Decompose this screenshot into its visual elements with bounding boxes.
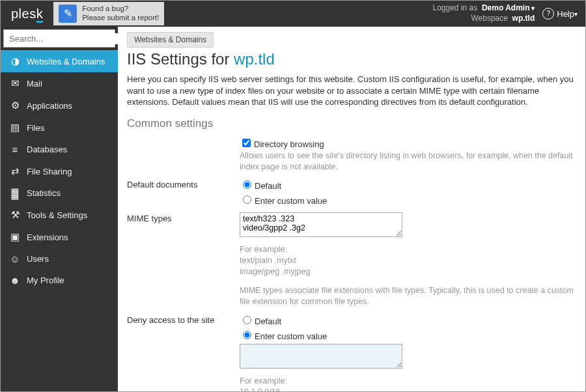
nav-label: Mail	[27, 79, 42, 89]
directory-browsing-checkbox[interactable]: Directory browsing	[240, 139, 324, 149]
sidebar-item-applications[interactable]: ⚙Applications	[1, 94, 118, 117]
nav-icon: ✉	[8, 77, 21, 89]
nav-label: File Sharing	[27, 167, 72, 176]
main-content: Websites & Domains IIS Settings for wp.t…	[118, 27, 585, 391]
mime-types-textarea[interactable]: text/h323 .323 video/3gpp2 .3g2	[240, 212, 402, 237]
nav-label: Files	[27, 123, 44, 133]
webspace-name: wp.tld	[512, 14, 535, 23]
nav-icon: ▤	[8, 122, 21, 133]
topbar: plesk Found a bug? Please submit a repor…	[1, 1, 585, 27]
default-documents-label: Default documents	[127, 178, 240, 208]
sidebar-item-users[interactable]: ☺Users	[1, 248, 118, 270]
user-menu[interactable]: Demo Admin	[482, 3, 535, 12]
sidebar-item-file-sharing[interactable]: ⇄File Sharing	[1, 160, 118, 182]
defaultdocs-default-radio[interactable]: Default	[240, 181, 281, 191]
nav-label: Users	[27, 254, 49, 264]
nav-icon: ◑	[8, 55, 21, 67]
defaultdocs-custom-radio[interactable]: Enter custom value	[240, 196, 327, 206]
bug-line1: Found a bug?	[82, 5, 159, 14]
deny-access-label: Deny access to the site	[127, 314, 240, 391]
sidebar-item-websites-domains[interactable]: ◑Websites & Domains	[1, 50, 118, 72]
nav-icon: ▓	[8, 188, 21, 199]
account-info: Logged in as Demo Admin Webspace wp.tld	[433, 3, 535, 23]
mime-help: MIME types associate file extensions wit…	[240, 285, 576, 307]
sidebar-item-databases[interactable]: ≡Databases	[1, 139, 118, 160]
sidebar: ◑Websites & Domains✉Mail⚙Applications▤Fi…	[1, 27, 118, 391]
section-heading: Common settings	[127, 117, 576, 130]
nav-icon: ⇄	[8, 165, 21, 177]
sidebar-item-files[interactable]: ▤Files	[1, 117, 118, 139]
deny-custom-radio[interactable]: Enter custom value	[240, 331, 327, 341]
bug-report-banner[interactable]: Found a bug? Please submit a report!	[53, 2, 164, 25]
sidebar-item-extensions[interactable]: ▣Extensions	[1, 226, 118, 248]
nav-label: Databases	[27, 145, 67, 154]
page-title: IIS Settings for wp.tld	[127, 50, 576, 68]
help-menu[interactable]: Help	[542, 8, 578, 20]
nav-label: My Profile	[27, 275, 64, 285]
nav-label: Statistics	[27, 188, 61, 198]
nav-icon: ▣	[8, 231, 21, 243]
nav-label: Applications	[27, 101, 72, 111]
pencil-icon	[59, 5, 77, 23]
breadcrumb[interactable]: Websites & Domains	[127, 32, 214, 48]
search-box[interactable]	[3, 29, 115, 48]
nav-label: Websites & Domains	[27, 57, 105, 66]
sidebar-item-my-profile[interactable]: ☻My Profile	[1, 270, 118, 291]
sidebar-item-tools-settings[interactable]: ⚒Tools & Settings	[1, 204, 118, 226]
sidebar-item-mail[interactable]: ✉Mail	[1, 72, 118, 94]
bug-line2: Please submit a report!	[82, 14, 159, 23]
page-title-domain[interactable]: wp.tld	[234, 50, 275, 68]
deny-textarea[interactable]	[240, 344, 402, 369]
nav-icon: ☻	[8, 275, 21, 286]
nav-icon: ⚒	[8, 209, 21, 221]
deny-default-radio[interactable]: Default	[240, 316, 281, 326]
intro-text: Here you can specify IIS web server sett…	[127, 74, 576, 108]
nav-label: Tools & Settings	[27, 210, 87, 220]
mime-types-label: MIME types	[127, 212, 240, 307]
nav-icon: ≡	[8, 144, 21, 155]
nav-label: Extensions	[27, 232, 68, 242]
nav-icon: ☺	[8, 253, 21, 264]
search-input[interactable]	[8, 33, 120, 44]
nav-icon: ⚙	[8, 100, 21, 111]
brand-logo: plesk	[11, 7, 43, 21]
dirbrowse-help: Allows users to see the site's directory…	[240, 150, 576, 173]
sidebar-item-statistics[interactable]: ▓Statistics	[1, 182, 118, 204]
